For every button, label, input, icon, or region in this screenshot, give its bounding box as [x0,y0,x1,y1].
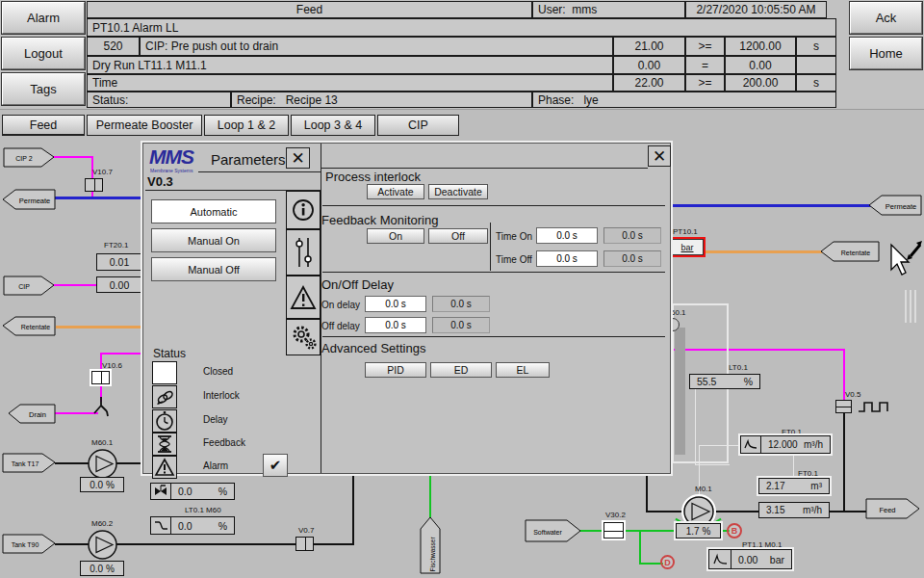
off-delay-input[interactable] [365,317,426,333]
feed-tank-level [675,328,685,455]
m602-pump[interactable] [87,529,118,561]
lt01-m60-value: 0.0 [178,520,192,532]
m601-pump[interactable] [87,448,118,480]
alarm-row-2[interactable]: CIP: Pre push out to drain [140,37,613,56]
on-delay-input[interactable] [365,296,426,312]
off-delay-actual: 0.0 s [432,317,490,333]
logout-button[interactable]: Logout [2,38,85,69]
lt01-value-box[interactable]: 55.5% [689,374,760,389]
ft201-value-box[interactable]: 0.01 [96,253,142,271]
onoff-delay-title: On/Off Delay [321,277,394,292]
close-icon[interactable]: ✕ [648,145,671,167]
datetime: 2/27/2020 10:05:50 AM [685,1,827,18]
ack-button[interactable]: Ack [850,2,922,34]
pt101-value-box[interactable]: bar [671,239,704,255]
alarm-row-3-limit: 0.00 [725,56,796,74]
m602-speed-box[interactable]: 0.0 % [80,561,124,576]
hmi-screen: Alarm Logout Tags Feed User: mms 2/27/20… [0,0,924,578]
alarm-button[interactable]: Alarm [2,2,85,34]
hourglass-icon [155,434,174,454]
warning-triangle-icon [290,285,317,310]
drain-funnel-icon [90,397,110,418]
interlock-status-icon [152,385,177,408]
tag-retentate-left: Retentate [2,316,57,336]
status-cell: Status: [87,92,231,108]
phase-value: lye [583,93,598,107]
tag-permeate-left: Permeate [2,189,57,210]
trend-icon [741,436,761,453]
alarm-row-3-unit [796,56,836,74]
settings-tab[interactable] [286,319,321,355]
tank-unit-label: 60.1 [671,308,686,317]
tab-loop-1-2[interactable]: Loop 1 & 2 [204,115,289,136]
time-on-label: Time On [496,231,532,242]
info-tab[interactable] [286,191,321,229]
alarm-row-3[interactable]: Dry Run LT11.1 M11.1 [87,56,613,74]
flow-total-box[interactable]: 3.15m³/h [758,502,830,518]
tab-loop-3-4[interactable]: Loop 3 & 4 [291,115,375,136]
connector-line [695,464,730,465]
tags-button[interactable]: Tags [2,73,85,105]
screen-title: Feed [87,1,532,18]
tag-permeate-right: Permeate [868,195,923,216]
v07-valve[interactable] [295,537,314,551]
connector-line [793,453,794,480]
v302-label: V30.2 [605,511,626,519]
pt11-label: PT1.1 M0.1 [742,540,782,549]
el-button[interactable]: EL [496,362,550,378]
v106-pipe-top [101,353,142,355]
tab-cip[interactable]: CIP [377,115,459,136]
home-button[interactable]: Home [850,38,922,69]
alarms-tab[interactable] [286,276,321,319]
permeate-pipe-right [671,204,871,207]
close-icon[interactable]: ✕ [286,147,310,169]
alarm-row-1[interactable]: PT10.1 Alarm LL [87,18,836,37]
m01-speed-box[interactable]: 1.7 % [676,523,721,539]
svg-text:Permeate: Permeate [886,202,917,211]
pid-button[interactable]: PID [365,362,426,378]
confirm-button[interactable]: ✔ [263,454,288,477]
manual-off-button[interactable]: Manual Off [151,257,276,281]
m60-setpoint-box[interactable]: 0.0% [150,483,235,500]
softwater-pipe [578,530,677,532]
feedback-status-label: Feedback [203,437,245,448]
v05-valve[interactable] [835,400,852,413]
parameters-tab[interactable] [286,229,321,276]
connection-ref-b: B [727,523,742,539]
tab-feed[interactable]: Feed [2,115,85,136]
m01-label: M0.1 [695,485,712,493]
tag-tank-t90: Tank T90 [2,534,57,554]
v302-valve[interactable] [603,522,624,539]
time-off-input[interactable] [536,250,598,267]
pt11-value-box[interactable]: 0.00bar [708,549,792,569]
v107-valve[interactable] [85,178,103,192]
v106-valve[interactable] [91,371,110,384]
alarm-row-4[interactable]: Time [87,74,613,92]
flow-total-unit: m³/h [803,505,822,515]
m601-speed-box[interactable]: 0.0 % [80,477,124,492]
activate-button[interactable]: Activate [367,184,424,199]
feedback-on-button[interactable]: On [367,228,424,244]
ft01a-value-box[interactable]: 12.000m³/h [740,435,831,454]
frischwasser-pipe [429,476,431,518]
svg-text:Permeate: Permeate [19,197,51,205]
ed-button[interactable]: ED [430,362,492,378]
m602-label: M60.2 [91,519,113,528]
ft01a-unit: m³/h [804,439,823,450]
lt01-m60-value-box[interactable]: 0.0% [150,516,235,535]
trend-icon [709,550,732,568]
manual-on-button[interactable]: Manual On [151,228,276,252]
automatic-button[interactable]: Automatic [151,199,276,223]
off-delay-label: Off delay [321,321,360,331]
feedback-off-button[interactable]: Off [428,228,488,244]
tag-feed: Feed [865,498,921,519]
divider [321,168,648,169]
deactivate-button[interactable]: Deactivate [428,184,488,199]
feedpump-pipe-drop [646,476,648,512]
time-on-input[interactable] [536,227,598,244]
vertical-divider [490,223,491,271]
ft01b-value-box[interactable]: 2.17m³ [758,478,830,494]
recipe-value: Recipe 13 [286,93,338,107]
cip-flow-value-box[interactable]: 0.00 [96,276,142,293]
tab-permeate-booster[interactable]: Permeate Booster [87,115,202,136]
